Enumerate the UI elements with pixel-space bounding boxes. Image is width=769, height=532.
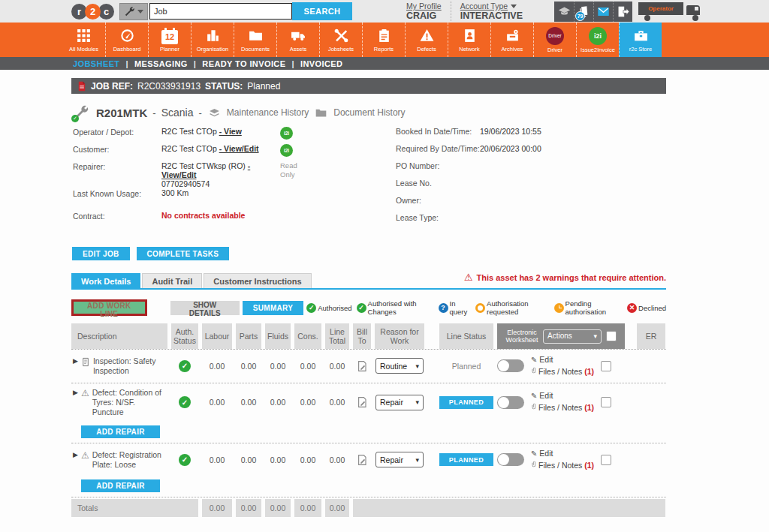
messages-button[interactable] [593, 2, 613, 22]
reason-for-work-select[interactable]: Routine ▾ [375, 358, 424, 374]
expand-arrow-icon[interactable]: ▶ [73, 388, 78, 397]
tab-ready-to-invoice[interactable]: READY TO INVOICE [196, 59, 291, 68]
pdf-icon[interactable] [77, 81, 86, 92]
summary-button[interactable]: SUMMARY [243, 301, 303, 315]
edit-link[interactable]: Edit [539, 391, 553, 400]
tab-customer-instructions[interactable]: Customer Instructions [204, 273, 311, 288]
files-notes-link[interactable]: Files / Notes [538, 403, 582, 412]
legend-label: Authorised with Changes [368, 299, 434, 316]
module-defects[interactable]: Defects [405, 23, 448, 57]
module-dashboard[interactable]: Dashboard [105, 23, 148, 57]
module-planner[interactable]: 12 Planner [148, 23, 191, 57]
row-checkbox[interactable] [601, 361, 611, 371]
training-button[interactable] [554, 2, 574, 22]
files-count: (1) [584, 367, 594, 376]
chevron-down-icon: ▾ [415, 398, 419, 406]
search-category-dropdown[interactable] [119, 3, 148, 20]
totals-filler [353, 499, 665, 517]
edit-link[interactable]: Edit [539, 355, 553, 364]
add-repair-button[interactable]: ADD REPAIR [81, 479, 160, 492]
worksheet-toggle[interactable] [497, 453, 524, 466]
work-line-description: Inspection: Safety Inspection [93, 356, 167, 376]
work-table-header: Description Auth. Status Labour Parts Fl… [71, 323, 666, 349]
tab-work-details[interactable]: Work Details [71, 273, 140, 288]
tab-audit-trail[interactable]: Audit Trail [142, 273, 202, 288]
view-edit-link[interactable]: - View/Edit [219, 144, 259, 153]
search-button[interactable]: SEARCH [292, 2, 352, 20]
account-type-value: INTERACTIVE [460, 11, 523, 21]
profile-name: CRAIG [406, 11, 442, 21]
files-count: (1) [584, 403, 594, 412]
module-jobsheets[interactable]: Jobsheets [319, 23, 362, 57]
reason-for-work-select[interactable]: Repair ▾ [375, 395, 424, 410]
account-type-block[interactable]: Account Type INTERACTIVE [451, 2, 532, 21]
add-repair-button[interactable]: ADD REPAIR [81, 425, 160, 438]
header-cons: Cons. [294, 323, 321, 349]
tab-invoiced[interactable]: INVOICED [294, 59, 348, 68]
i2i-badge-icon: i2i [280, 127, 293, 140]
actions-dropdown[interactable]: Actions ▾ [543, 329, 602, 344]
search-input[interactable] [149, 3, 292, 20]
add-work-line-button[interactable]: ADD WORK LINE [71, 299, 147, 316]
my-profile-link[interactable]: My Profile [406, 2, 442, 11]
expand-arrow-icon[interactable]: ▶ [73, 450, 78, 459]
reason-for-work-select[interactable]: Repair ▾ [375, 452, 424, 467]
module-all-modules[interactable]: All Modules [62, 23, 105, 57]
edit-link[interactable]: Edit [539, 449, 553, 458]
select-all-checkbox[interactable] [606, 331, 617, 341]
tab-jobsheet[interactable]: JOBSHEET [73, 59, 126, 68]
paperclip-icon [531, 460, 538, 468]
module-r2c-store[interactable]: r2c Store [619, 23, 662, 57]
worksheet-toggle[interactable] [497, 359, 524, 372]
files-notes-link[interactable]: Files / Notes [538, 367, 582, 376]
bill-to-icon[interactable] [353, 396, 371, 408]
show-details-button[interactable]: SHOW DETAILS [170, 301, 240, 315]
edit-job-button[interactable]: EDIT JOB [72, 247, 130, 260]
row-checkbox[interactable] [601, 397, 611, 407]
inspection-document-icon [81, 356, 90, 367]
module-network[interactable]: Network [448, 23, 490, 57]
module-assets[interactable]: Assets [276, 23, 319, 57]
bill-to-icon[interactable] [353, 360, 371, 372]
notifications-button[interactable]: 79 [574, 2, 593, 22]
module-archives[interactable]: Archives [490, 23, 533, 57]
r2c-logo: r 2 c [71, 4, 112, 20]
document-history-link[interactable]: Document History [333, 107, 405, 118]
line-status-badge[interactable]: PLANNED [439, 453, 493, 466]
building-icon [204, 28, 222, 44]
module-reports[interactable]: Reports [362, 23, 405, 57]
row-checkbox[interactable] [601, 455, 611, 465]
cons-value: 0.00 [294, 455, 321, 464]
parts-value: 0.00 [236, 398, 261, 407]
files-notes-link[interactable]: Files / Notes [538, 461, 582, 470]
maintenance-history-link[interactable]: Maintenance History [227, 107, 309, 118]
worksheet-toggle[interactable] [497, 396, 524, 409]
separator: - [152, 107, 155, 119]
fluids-value: 0.00 [265, 455, 291, 464]
complete-tasks-button[interactable]: COMPLETE TASKS [137, 247, 230, 260]
module-toolbar: All Modules Dashboard 12 Planner Organis… [0, 23, 769, 57]
operator-mode-indicator[interactable]: Operator [638, 1, 707, 22]
tab-messaging[interactable]: MESSAGING [128, 59, 194, 68]
field-label: Contract: [73, 211, 161, 221]
operator-truck-icon: Operator [638, 2, 683, 15]
expand-arrow-icon[interactable]: ▶ [73, 356, 78, 365]
asset-warning: ⚠ This asset has 2 warnings that require… [464, 272, 666, 288]
module-label: Driver [547, 47, 562, 53]
archive-drawer-icon [504, 28, 521, 44]
view-link[interactable]: - View [219, 127, 242, 136]
module-organisation[interactable]: Organisation [191, 23, 234, 57]
my-profile-block[interactable]: My Profile CRAIG [397, 2, 451, 21]
line-status-text: Planned [439, 362, 493, 371]
module-documents[interactable]: Documents [234, 23, 276, 57]
line-status-badge[interactable]: PLANNED [439, 396, 493, 409]
logout-button[interactable] [613, 2, 632, 22]
field-value: R2C Test CTWksp (RO) [161, 161, 246, 170]
bill-to-icon[interactable] [353, 454, 371, 466]
module-driver[interactable]: Driver Driver [533, 23, 576, 57]
legend-label: In query [450, 299, 472, 316]
legend-label: Authorised [318, 304, 351, 312]
module-issue2invoice[interactable]: i2i Issue2Invoice [576, 23, 619, 57]
account-type-link[interactable]: Account Type [460, 2, 523, 11]
cons-value: 0.00 [294, 398, 321, 407]
